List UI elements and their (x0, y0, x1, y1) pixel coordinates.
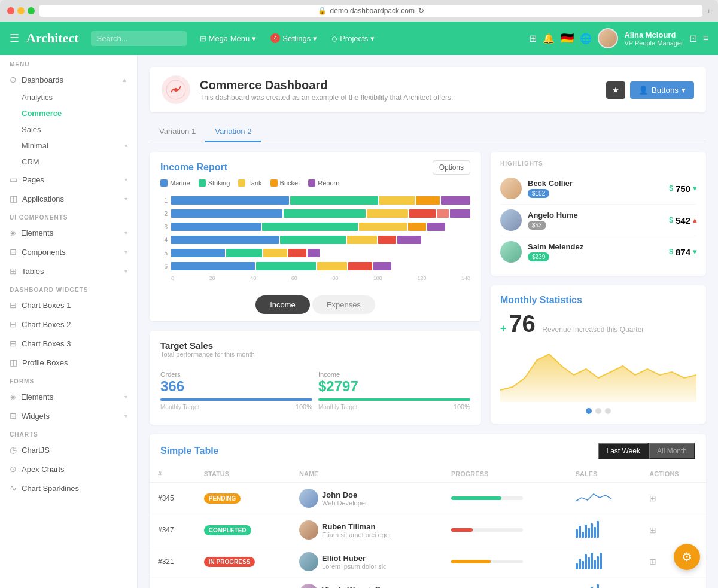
chevron-icon: ▾ (124, 230, 127, 236)
bar-axis: 020406080100120140 (160, 275, 470, 281)
monthly-stats-card: Monthly Statistics + 76 Revenue Increase… (491, 285, 706, 424)
action-grid-icon[interactable]: ⊞ (649, 493, 656, 503)
carousel-dot-1[interactable] (586, 408, 592, 414)
user-role: VP People Manager (624, 39, 683, 47)
simple-table: # Status Name Progress Sales Actions #34… (150, 465, 706, 588)
orders-label: Orders (160, 371, 312, 378)
row-avatar-4 (299, 584, 318, 588)
dashboard-widgets-label: DASHBOARD WIDGETS (0, 281, 137, 295)
orders-metric: Orders 366 Monthly Target 100% (160, 366, 312, 415)
tab-variation2[interactable]: Variation 2 (205, 122, 261, 142)
left-column: Income Report Options Marine Striki (150, 152, 481, 425)
projects-btn[interactable]: ◇ Projects ▾ (325, 31, 381, 46)
chevron-icon: ▲ (121, 77, 127, 83)
forms-label: FORMS (0, 372, 137, 387)
sparklines-icon: ∿ (10, 483, 17, 493)
address-bar: 🔒 demo.dashboardpack.com ↻ (39, 5, 702, 17)
beck-amount: $ 750 ▾ (669, 184, 696, 194)
apex-charts-icon: ⊙ (10, 464, 17, 474)
sidebar-item-chartjs[interactable]: ◷ ChartJS (0, 440, 137, 459)
gear-fab[interactable]: ⚙ (674, 544, 700, 570)
legend-bucket: Bucket (270, 179, 300, 187)
table-filter-group: Last Week All Month (598, 443, 695, 459)
monthly-subtitle: Revenue Increased this Quarter (542, 325, 644, 334)
hamburger-icon[interactable]: ☰ (10, 32, 19, 45)
sidebar-item-dashboards[interactable]: ⊙ Dashboards ▲ (0, 70, 137, 89)
expenses-toggle[interactable]: Expenses (312, 295, 375, 314)
app-wrapper: ☰ Architect ⊞ Mega Menu ▾ 4 Settings ▾ ◇… (0, 22, 718, 588)
saim-arrow: ▾ (693, 248, 696, 256)
sidebar-item-forms-widgets[interactable]: ⊟ Widgets ▾ (0, 406, 137, 425)
sidebar-item-sales[interactable]: Sales (17, 121, 137, 138)
star-button[interactable]: ★ (606, 81, 625, 99)
row-progress (443, 578, 567, 589)
filter-all-month[interactable]: All Month (649, 443, 695, 459)
nav-items: ⊞ Mega Menu ▾ 4 Settings ▾ ◇ Projects ▾ (194, 31, 381, 46)
income-metric: Income $2797 Monthly Target 100% (318, 366, 470, 415)
angelo-avatar (500, 209, 522, 231)
sidebar-item-elements[interactable]: ◈ Elements ▾ (0, 223, 137, 242)
highlight-row-angelo: Angelo Hume $53 $ 542 ▴ (500, 205, 696, 236)
sidebar-item-minimal[interactable]: Minimal ▾ (17, 138, 137, 154)
user-avatar[interactable] (598, 28, 618, 48)
filter-last-week[interactable]: Last Week (598, 443, 648, 459)
app-logo: Architect (26, 31, 79, 46)
globe-icon[interactable]: 🌐 (580, 33, 592, 44)
mini-bar-chart (576, 521, 599, 538)
striking-dot (199, 179, 206, 187)
buttons-dropdown[interactable]: 👤 Buttons ▾ (630, 81, 694, 99)
sidebar-item-chart-boxes-3[interactable]: ⊟ Chart Boxes 3 (0, 334, 137, 353)
sidebar-item-applications[interactable]: ◫ Applications ▾ (0, 189, 137, 208)
action-grid-icon[interactable]: ⊞ (649, 557, 656, 566)
row-name-cell: Elliot Huber Lorem ipsum dolor sic (291, 546, 443, 578)
sidebar-item-commerce[interactable]: Commerce (17, 105, 137, 121)
sidebar-item-profile-boxes[interactable]: ◫ Profile Boxes (0, 353, 137, 372)
megamenu-btn[interactable]: ⊞ Mega Menu ▾ (194, 31, 263, 46)
status-badge-completed: COMPLETED (204, 525, 251, 535)
sidebar-item-chart-boxes-2[interactable]: ⊟ Chart Boxes 2 (0, 315, 137, 334)
new-tab-btn[interactable]: + (707, 7, 711, 14)
col-name: Name (291, 465, 443, 483)
sidebar-item-tables[interactable]: ⊞ Tables ▾ (0, 261, 137, 281)
sidebar-item-components[interactable]: ⊟ Components ▾ (0, 242, 137, 261)
row-sales (567, 546, 641, 578)
row-sub: Etiam sit amet orci eget (322, 531, 391, 538)
sidebar-item-apex-charts[interactable]: ⊙ Apex Charts (0, 459, 137, 479)
sidebar-item-crm[interactable]: CRM (17, 154, 137, 170)
row-status: PENDING (196, 483, 291, 514)
search-input[interactable] (91, 31, 187, 46)
row-avatar-1 (299, 489, 318, 508)
carousel-dot-3[interactable] (605, 408, 611, 414)
row-progress (443, 514, 567, 546)
row-id: #321 (150, 546, 196, 578)
income-toggle[interactable]: Income (255, 295, 310, 314)
sidebar-item-pages[interactable]: ▭ Pages ▾ (0, 170, 137, 189)
apps-grid-icon[interactable]: ⊞ (529, 33, 537, 44)
row-name: Ruben Tillman (322, 522, 391, 531)
row-actions: ⊞ (641, 578, 706, 589)
grid-icon: ⊞ (200, 34, 206, 43)
beck-avatar (500, 178, 522, 199)
mini-bar-chart-2 (576, 553, 602, 569)
sidebar-item-forms-elements[interactable]: ◈ Elements ▾ (0, 387, 137, 406)
row-id: #55 (150, 578, 196, 589)
table-row: #55 ON HOLD Vinnie Wagstaff UI Designer (150, 578, 706, 589)
options-button[interactable]: Options (433, 160, 470, 175)
action-grid-icon[interactable]: ⊞ (649, 525, 656, 535)
orders-progress-fill (160, 398, 312, 401)
user-menu-icon[interactable]: ⊡ (689, 33, 697, 44)
carousel-dot-2[interactable] (595, 408, 601, 414)
more-icon[interactable]: ≡ (703, 33, 708, 44)
chart-boxes-1-icon: ⊟ (10, 300, 17, 310)
settings-btn[interactable]: 4 Settings ▾ (264, 31, 323, 46)
sidebar-item-analytics[interactable]: Analytics (17, 89, 137, 105)
user-name: Alina Mclourd (624, 31, 683, 39)
dashboards-label: Dashboards (22, 75, 63, 84)
tab-variation1[interactable]: Variation 1 (150, 122, 205, 142)
row-name-cell: Vinnie Wagstaff UI Designer (291, 578, 443, 589)
legend-tank: Tank (238, 179, 261, 187)
bar-seg-tank (379, 196, 415, 205)
sidebar-item-chart-sparklines[interactable]: ∿ Chart Sparklines (0, 479, 137, 498)
bell-icon[interactable]: 🔔 (543, 33, 555, 44)
sidebar-item-chart-boxes-1[interactable]: ⊟ Chart Boxes 1 (0, 295, 137, 315)
